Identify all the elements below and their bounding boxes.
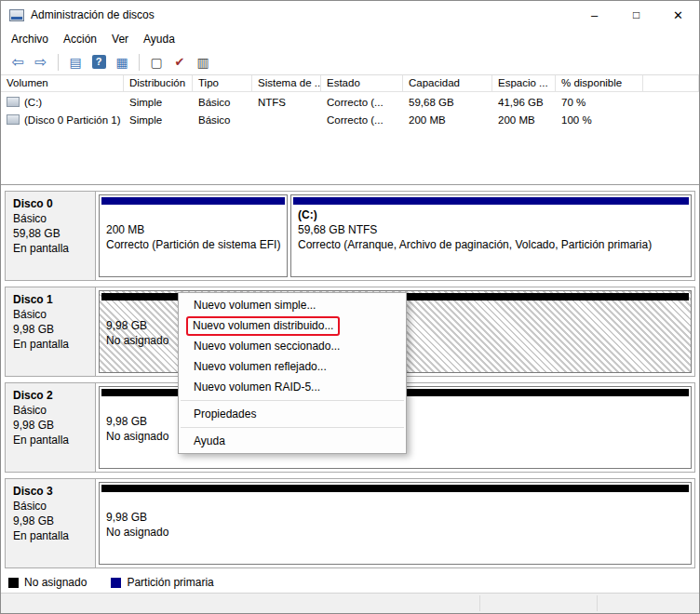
disk-size: 9,98 GB — [13, 322, 88, 337]
maximize-button[interactable]: □ — [615, 1, 657, 29]
menu-separator — [181, 400, 404, 401]
disk-type: Básico — [13, 499, 88, 514]
partition-size: 9,98 GB — [106, 510, 684, 525]
unallocated-region-disk-3[interactable]: 9,98 GB No asignado — [99, 482, 692, 565]
menu-ver[interactable]: Ver — [104, 30, 136, 48]
column-header-tipo[interactable]: Tipo — [193, 75, 252, 91]
toolbar-separator — [58, 54, 59, 71]
menu-item-nuevo-volumen-seccionado[interactable]: Nuevo volumen seccionado... — [179, 336, 406, 356]
menu-item-label: Nuevo volumen reflejado... — [194, 360, 327, 373]
action-pane-icon[interactable]: ▦ — [112, 52, 132, 73]
disk-status: En pantalla — [13, 528, 88, 543]
estado-cell: Correcto (... — [321, 114, 403, 126]
column-header-distribucion[interactable]: Distribución — [124, 75, 193, 91]
menu-item-nuevo-volumen-reflejado[interactable]: Nuevo volumen reflejado... — [179, 356, 406, 377]
legend-label: Partición primaria — [127, 576, 213, 589]
forward-icon[interactable]: ⇨ — [31, 52, 51, 73]
column-header-disponible[interactable]: % disponible — [556, 75, 643, 91]
disk-status: En pantalla — [13, 337, 88, 352]
partition-efi-system[interactable]: 200 MB Correcto (Partición de sistema EF… — [99, 194, 288, 277]
partition-status: No asignado — [106, 525, 684, 540]
context-menu: Nuevo volumen simple... Nuevo volumen di… — [178, 292, 407, 454]
capacidad-cell: 200 MB — [403, 114, 492, 126]
partition-color-strip — [293, 197, 689, 205]
tipo-cell: Básico — [193, 114, 252, 126]
disk-status: En pantalla — [13, 433, 88, 447]
disk-3-partitions: 9,98 GB No asignado — [96, 479, 694, 567]
disk-name: Disco 2 — [13, 388, 88, 403]
menu-item-nuevo-volumen-distribuido[interactable]: Nuevo volumen distribuido... — [179, 315, 406, 336]
estado-cell: Correcto (... — [321, 97, 403, 108]
partition-size: 59,68 GB NTFS — [298, 222, 684, 237]
help-icon-glyph: ? — [92, 55, 106, 69]
legend-item-particion-primaria: Partición primaria — [111, 576, 213, 589]
partition-info: 9,98 GB No asignado — [100, 492, 691, 564]
disponible-cell: 70 % — [556, 97, 643, 108]
help-icon[interactable]: ? — [88, 52, 109, 73]
volume-row-disco0-particion1[interactable]: (Disco 0 Partición 1) Simple Básico Corr… — [1, 112, 699, 127]
disk-2-label[interactable]: Disco 2 Básico 9,98 GB En pantalla — [6, 383, 96, 472]
partition-size: 200 MB — [106, 222, 280, 237]
column-header-filler — [643, 75, 699, 91]
legend-label: No asignado — [24, 576, 87, 589]
partition-c[interactable]: (C:) 59,68 GB NTFS Correcto (Arranque, A… — [290, 194, 692, 277]
menu-item-ayuda[interactable]: Ayuda — [179, 431, 406, 451]
check-icon[interactable]: ✔ — [169, 52, 190, 73]
minimize-button[interactable]: – — [573, 1, 615, 29]
volume-row-c[interactable]: (C:) Simple Básico NTFS Correcto (... 59… — [1, 94, 699, 110]
partition-status: Correcto (Arranque, Archivo de paginació… — [298, 237, 684, 252]
disk-1-label[interactable]: Disco 1 Básico 9,98 GB En pantalla — [6, 287, 96, 376]
volume-list: Volumen Distribución Tipo Sistema de ...… — [1, 75, 699, 185]
grid-icon[interactable]: ▥ — [193, 52, 213, 73]
disk-name: Disco 3 — [13, 484, 88, 499]
disk-3-label[interactable]: Disco 3 Básico 9,98 GB En pantalla — [6, 479, 96, 567]
disk-row-disco-0: Disco 0 Básico 59,88 GB En pantalla 200 … — [5, 191, 695, 281]
back-icon[interactable]: ⇦ — [7, 52, 28, 73]
legend: No asignado Partición primaria — [1, 572, 699, 593]
menu-item-nuevo-volumen-raid5[interactable]: Nuevo volumen RAID-5... — [179, 377, 406, 397]
espacio-cell: 41,96 GB — [492, 97, 556, 108]
disk-size: 9,98 GB — [13, 418, 88, 433]
menu-item-nuevo-volumen-simple[interactable]: Nuevo volumen simple... — [179, 295, 406, 315]
disk-0-label[interactable]: Disco 0 Básico 59,88 GB En pantalla — [6, 192, 96, 280]
menu-bar: Archivo Acción Ver Ayuda — [1, 29, 699, 49]
menu-item-label: Ayuda — [194, 434, 225, 447]
toolbar: ⇦ ⇨ ▤ ? ▦ ▢ ✔ ▥ — [1, 49, 699, 75]
disk-name: Disco 1 — [13, 292, 88, 307]
menu-archivo[interactable]: Archivo — [4, 30, 56, 48]
column-header-espacio[interactable]: Espacio ... — [492, 75, 556, 91]
partition-title — [106, 495, 684, 510]
sistema-cell: NTFS — [252, 97, 321, 108]
partition-title: (C:) — [298, 207, 684, 222]
title-bar: Administración de discos – □ ✕ — [1, 1, 699, 29]
disk-size: 9,98 GB — [13, 514, 88, 528]
volume-icon — [7, 97, 20, 107]
window-controls: – □ ✕ — [573, 1, 699, 29]
statusbar-divider — [479, 595, 480, 611]
menu-accion[interactable]: Acción — [56, 30, 104, 48]
dialog-icon[interactable]: ▢ — [146, 52, 167, 73]
column-header-volumen[interactable]: Volumen — [1, 75, 124, 91]
window-title: Administración de discos — [31, 8, 155, 21]
column-header-sistema[interactable]: Sistema de ... — [252, 75, 321, 91]
volume-cell: (Disco 0 Partición 1) — [1, 114, 124, 126]
volume-name: (Disco 0 Partición 1) — [24, 114, 121, 126]
toolbar-separator — [139, 54, 140, 71]
column-header-capacidad[interactable]: Capacidad — [403, 75, 492, 91]
menu-separator — [181, 427, 404, 428]
menu-ayuda[interactable]: Ayuda — [136, 30, 182, 48]
volume-icon — [7, 114, 20, 125]
menu-item-propiedades[interactable]: Propiedades — [179, 404, 406, 424]
close-button[interactable]: ✕ — [657, 1, 699, 29]
disk-status: En pantalla — [13, 241, 88, 256]
disk-management-window: Administración de discos – □ ✕ Archivo A… — [0, 0, 700, 614]
tipo-cell: Básico — [193, 97, 252, 108]
column-header-estado[interactable]: Estado — [321, 75, 403, 91]
distribucion-cell: Simple — [124, 97, 193, 108]
console-tree-icon[interactable]: ▤ — [65, 52, 86, 73]
disk-management-icon — [9, 9, 24, 21]
volume-list-header: Volumen Distribución Tipo Sistema de ...… — [1, 75, 699, 92]
volume-cell: (C:) — [1, 97, 124, 108]
partition-info: (C:) 59,68 GB NTFS Correcto (Arranque, A… — [291, 205, 691, 276]
statusbar-divider — [597, 595, 598, 611]
